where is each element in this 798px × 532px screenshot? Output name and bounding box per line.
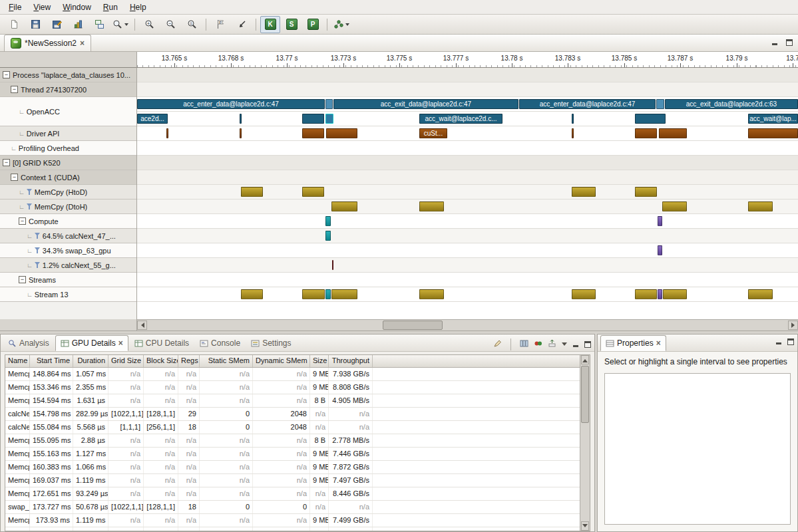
close-icon[interactable]: × <box>118 340 123 346</box>
timeline-interval[interactable] <box>241 289 263 299</box>
table-row[interactable]: Memcpy153.346 ms2.355 msn/an/an/an/an/a9… <box>5 381 580 394</box>
timeline-interval[interactable]: ace2d... <box>137 114 168 124</box>
timeline-interval[interactable] <box>663 289 687 299</box>
table-row[interactable]: calcNext155.084 ms5.568 µs[1,1,1][256,1,… <box>5 421 580 434</box>
dropdown-arrow-icon[interactable] <box>345 23 349 28</box>
export-icon[interactable] <box>548 339 556 350</box>
timeline-interval[interactable] <box>658 216 662 226</box>
table-row[interactable]: Memcpy169.037 ms1.119 msn/an/an/an/an/a9… <box>5 474 580 487</box>
timeline-tree-row[interactable]: ∟Profiling Overhead <box>0 141 136 156</box>
timeline-interval[interactable] <box>748 201 773 211</box>
record-icon[interactable] <box>534 339 542 350</box>
timeline-tree-row[interactable]: ∟Driver API <box>0 126 136 141</box>
compare-sessions-button[interactable] <box>89 16 109 33</box>
column-header-grid-size[interactable]: Grid Size <box>108 355 144 367</box>
scroll-right-icon[interactable] <box>788 321 798 330</box>
columns-icon[interactable] <box>520 339 528 350</box>
timeline-interval[interactable] <box>635 114 666 124</box>
timeline-interval[interactable] <box>302 289 325 299</box>
pen-icon[interactable] <box>493 339 502 350</box>
column-header-block-size[interactable]: Block Size <box>144 355 178 367</box>
menu-file[interactable]: File <box>3 1 27 13</box>
minimize-icon[interactable] <box>572 341 579 348</box>
timeline-interval[interactable] <box>302 114 324 124</box>
maximize-icon[interactable] <box>786 39 793 46</box>
view-menu-icon[interactable] <box>562 342 567 348</box>
timeline-interval[interactable]: acc_wait@lap... <box>748 114 798 124</box>
table-row[interactable]: Memcpy179.163 ms1.073 msn/an/an/an/an/a9… <box>5 527 580 531</box>
save-as-button[interactable] <box>47 16 67 33</box>
timeline-tree-row[interactable]: ∟64.5% calcNext_47_... <box>0 229 136 243</box>
table-vscrollbar[interactable] <box>580 355 590 531</box>
save-button[interactable] <box>25 16 45 33</box>
minimize-icon[interactable] <box>775 338 782 345</box>
zoom-out-button[interactable]: − <box>160 16 180 33</box>
timeline-tree-row[interactable]: ∟MemCpy (HtoD) <box>0 185 136 200</box>
column-header-regs[interactable]: Regs <box>178 355 200 367</box>
maximize-icon[interactable] <box>787 338 794 345</box>
timeline-interval[interactable] <box>332 260 333 270</box>
timeline-interval[interactable] <box>241 187 263 197</box>
timeline-interval[interactable] <box>635 128 657 138</box>
column-header-static-smem[interactable]: Static SMem <box>200 355 253 367</box>
timeline-interval[interactable] <box>656 99 664 109</box>
timeline-tree-row[interactable]: −Compute <box>0 214 136 229</box>
zoom-in-button[interactable]: + <box>139 16 159 33</box>
scroll-up-icon[interactable] <box>581 355 589 364</box>
timeline-interval[interactable] <box>662 201 687 211</box>
collapse-toggle-icon[interactable]: − <box>19 217 26 225</box>
tab-cpu-details[interactable]: CPU Details <box>130 335 194 351</box>
timeline-interval[interactable] <box>331 201 357 211</box>
table-row[interactable]: Memcpy154.594 ms1.631 µsn/an/an/an/an/a8… <box>5 394 580 408</box>
timeline-interval[interactable]: acc_enter_data@laplace2d.c:47 <box>519 99 656 109</box>
kernel-toggle-button[interactable]: K <box>260 16 280 33</box>
profile-application-button[interactable] <box>68 16 88 33</box>
timeline-interval[interactable] <box>658 289 662 299</box>
find-button[interactable] <box>110 16 130 33</box>
timeline-interval[interactable] <box>572 128 574 138</box>
collapse-toggle-icon[interactable]: − <box>3 71 10 78</box>
timeline-interval[interactable]: acc_exit_data@laplace2d.c:63 <box>665 99 798 109</box>
timeline-interval[interactable] <box>572 187 596 197</box>
process-toggle-button[interactable]: P <box>303 16 323 33</box>
timeline-interval[interactable]: acc_exit_data@laplace2d.c:47 <box>333 99 518 109</box>
timeline-interval[interactable] <box>166 128 168 138</box>
timeline-interval[interactable] <box>240 128 242 138</box>
close-icon[interactable]: × <box>80 40 85 47</box>
scroll-down-icon[interactable] <box>581 521 589 531</box>
table-row[interactable]: swap_63_gpu173.727 ms50.678 µs[1022,1,1]… <box>5 501 580 514</box>
timeline-interval[interactable] <box>325 216 331 226</box>
tab-analysis[interactable]: Analysis <box>3 335 54 351</box>
timeline-interval[interactable] <box>658 245 662 255</box>
table-row[interactable]: Memcpy160.383 ms1.066 msn/an/an/an/an/a9… <box>5 461 580 474</box>
menu-help[interactable]: Help <box>124 1 152 13</box>
collapse-toggle-icon[interactable]: − <box>11 174 18 181</box>
collapse-toggle-icon[interactable]: − <box>3 159 10 166</box>
column-header-dynamic-smem[interactable]: Dynamic SMem <box>253 355 310 367</box>
timeline-interval[interactable] <box>325 231 331 241</box>
timeline-tree-row[interactable]: −Context 1 (CUDA) <box>0 170 136 185</box>
stream-toggle-button[interactable]: S <box>282 16 301 33</box>
table-row[interactable]: Memcpy173.93 ms1.119 msn/an/an/an/an/a9 … <box>5 514 580 527</box>
vscroll-thumb[interactable] <box>581 366 589 423</box>
timeline-tree-row[interactable]: ∟34.3% swap_63_gpu <box>0 243 136 258</box>
tab-gpu-details[interactable]: GPU Details× <box>55 335 128 351</box>
menu-view[interactable]: View <box>27 1 57 13</box>
table-row[interactable]: Memcpy172.651 ms93.249 µsn/an/an/an/an/a… <box>5 487 580 501</box>
column-header-throughput[interactable]: Throughput <box>329 355 373 367</box>
collapse-toggle-icon[interactable]: − <box>11 86 18 93</box>
timeline-tree-row[interactable]: −[0] GRID K520 <box>0 156 136 170</box>
timeline-interval[interactable]: acc_wait@laplace2d.c... <box>419 114 502 124</box>
timeline-interval[interactable] <box>240 114 242 124</box>
timeline-interval[interactable]: cuSt... <box>419 128 447 138</box>
goto-marker-button[interactable] <box>232 16 252 33</box>
timeline-interval[interactable] <box>325 114 333 124</box>
zoom-fit-button[interactable]: = <box>182 16 202 33</box>
column-header-start-time[interactable]: Start Time <box>30 355 73 367</box>
column-header-duration[interactable]: Duration <box>73 355 108 367</box>
table-row[interactable]: Memcpy155.163 ms1.127 msn/an/an/an/an/a9… <box>5 448 580 461</box>
column-header-size[interactable]: Size <box>310 355 329 367</box>
timeline-tree-row[interactable]: ∟MemCpy (DtoH) <box>0 200 136 214</box>
timeline-interval[interactable] <box>325 289 331 299</box>
timeline-interval[interactable] <box>572 114 574 124</box>
